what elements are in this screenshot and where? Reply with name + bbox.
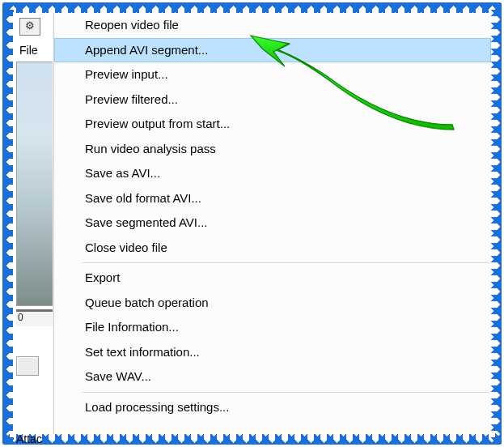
timeline-ruler[interactable]: 0 [16,309,55,326]
ruler-zero-label: 0 [18,312,23,323]
menu-separator [82,262,489,263]
menu-item-label: Queue batch operation [85,296,209,309]
menu-item-set-text-information[interactable]: Set text information... [54,340,491,365]
menu-item-preview-output-from-start[interactable]: Preview output from start... [54,112,491,137]
menu-item-label: Save old format AVI... [85,191,201,205]
menu-item-load-processing-settings[interactable]: Load processing settings... [54,395,491,420]
menu-item-label: Save as AVI... [85,166,160,180]
menu-item-save-segmented-avi[interactable]: Save segmented AVI... [54,211,491,236]
attach-label-partial: Attac [16,432,42,445]
menu-item-preview-input[interactable]: Preview input... [54,62,491,87]
menu-item-label: File Information... [85,320,179,334]
timeline-step-button[interactable] [16,356,39,376]
video-preview-pane [16,62,55,306]
menu-item-save-as-avi[interactable]: Save as AVI... [54,161,491,186]
screenshot-frame: ⚙ File 0 Attac Reopen video file Append … [3,3,501,444]
menu-item-label: Preview filtered... [85,92,178,106]
menu-item-save-old-format-avi[interactable]: Save old format AVI... [54,186,491,211]
menu-item-label: Run video analysis pass [85,142,216,155]
menu-item-label: Save segmented AVI... [85,215,207,229]
menu-item-save-wav[interactable]: Save WAV... [54,364,491,390]
menu-item-queue-batch-operation[interactable]: Queue batch operation [54,291,491,316]
menu-item-close-video-file[interactable]: Close video file [54,236,491,261]
menu-item-label: Save WAV... [85,369,151,383]
menu-item-label: Load processing settings... [85,400,229,414]
menubar-file[interactable]: File [19,44,38,57]
menu-item-append-avi-segment[interactable]: Append AVI segment... [54,38,491,63]
gear-icon: ⚙ [25,19,35,32]
menu-item-label: Set text information... [85,345,200,359]
menu-item-label: Close video file [85,241,167,254]
menu-item-export[interactable]: Export [54,266,491,291]
menu-item-file-information[interactable]: File Information... [54,315,491,340]
menu-item-label: Reopen video file [85,18,179,32]
file-dropdown-menu: Reopen video file Append AVI segment... … [53,13,491,434]
menu-item-label: Append AVI segment... [85,43,208,57]
menu-item-preview-filtered[interactable]: Preview filtered... [54,87,491,113]
app-window-left-strip: ⚙ File 0 Attac [13,13,53,434]
menu-separator [82,392,489,393]
menu-item-run-video-analysis[interactable]: Run video analysis pass [54,137,491,162]
menu-item-label: Preview output from start... [85,117,230,130]
menu-item-reopen-video[interactable]: Reopen video file [54,13,491,38]
process-toolbar-button[interactable]: ⚙ [19,18,40,36]
menu-item-label: Preview input... [85,67,168,81]
menu-item-label: Export [85,270,120,284]
